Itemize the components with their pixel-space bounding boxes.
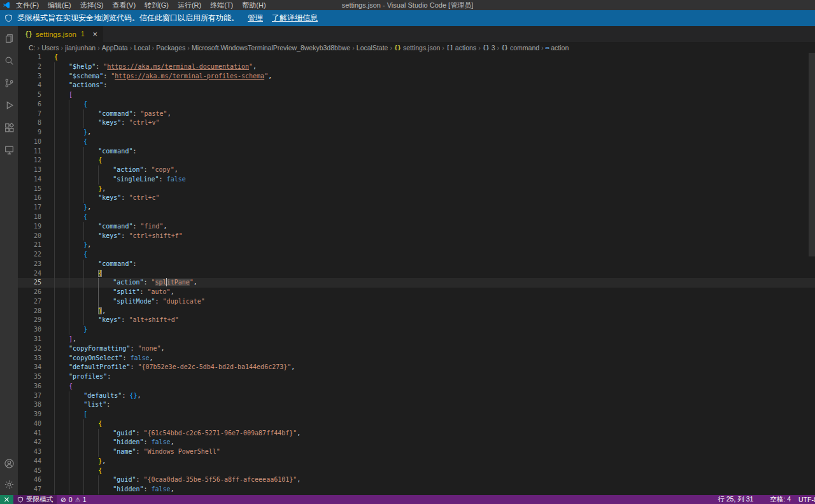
- breadcrumb-item-6[interactable]: Microsoft.WindowsTerminalPreview_8wekyb3…: [192, 44, 350, 52]
- code-line[interactable]: 30}: [18, 325, 815, 335]
- remote-explorer-icon[interactable]: [3, 143, 15, 156]
- indent-guide: [54, 288, 69, 297]
- code-line[interactable]: 41"guid": "{61c54bbd-c2c6-5271-96e7-009a…: [18, 429, 815, 438]
- code-line[interactable]: 44},: [18, 457, 815, 466]
- code-line[interactable]: 42"hidden": false,: [18, 438, 815, 447]
- code-line[interactable]: 13"action": "copy",: [18, 165, 815, 175]
- menu-item-0[interactable]: 文件(F): [11, 1, 43, 10]
- code-line[interactable]: 19"command": "find",: [18, 222, 815, 232]
- close-icon[interactable]: ×: [93, 30, 98, 38]
- breadcrumb-item-4[interactable]: Local: [134, 44, 150, 52]
- scrollbar-thumb[interactable]: [809, 53, 815, 256]
- breadcrumb-item-1[interactable]: Users: [41, 44, 59, 52]
- code-line[interactable]: 10{: [18, 137, 815, 147]
- indent-guide: [54, 391, 69, 401]
- source-control-icon[interactable]: [3, 76, 15, 89]
- code-line[interactable]: 43"name": "Windows PowerShell": [18, 447, 815, 457]
- menu-item-5[interactable]: 运行(R): [173, 1, 206, 10]
- code-line[interactable]: 39[: [18, 410, 815, 419]
- code-line[interactable]: 5[: [18, 90, 815, 100]
- extensions-icon[interactable]: [3, 121, 15, 134]
- vertical-scrollbar[interactable]: [809, 53, 815, 495]
- menu-item-2[interactable]: 选择(S): [76, 1, 108, 10]
- account-icon[interactable]: [3, 457, 15, 470]
- breadcrumb-item-0[interactable]: C:: [29, 44, 36, 52]
- editor[interactable]: 1{2"$help": "https://aka.ms/terminal-doc…: [18, 53, 815, 495]
- code-line[interactable]: 37"defaults": {},: [18, 391, 815, 401]
- code-line[interactable]: 14"singleLine": false: [18, 175, 815, 185]
- breadcrumb-item-12[interactable]: ▭action: [546, 44, 569, 52]
- indent-guide: [98, 175, 113, 185]
- code-token: :: [143, 438, 151, 445]
- code-line[interactable]: 29"keys": "alt+shift+d": [18, 316, 815, 325]
- code-line[interactable]: 3"$schema": "https://aka.ms/terminal-pro…: [18, 72, 815, 81]
- code-line[interactable]: 21},: [18, 241, 815, 250]
- code-line[interactable]: 1{: [18, 53, 815, 62]
- code-line[interactable]: 12{: [18, 156, 815, 165]
- code-line[interactable]: 32"copyFormatting": "none",: [18, 344, 815, 354]
- code-line[interactable]: 9},: [18, 128, 815, 137]
- code-line[interactable]: 16"keys": "ctrl+c": [18, 193, 815, 203]
- line-number: 6: [18, 100, 41, 109]
- code-line[interactable]: 47"hidden": false,: [18, 485, 815, 494]
- code-line[interactable]: 22{: [18, 250, 815, 260]
- run-and-debug-icon[interactable]: [3, 99, 15, 111]
- code-line[interactable]: 23"command":: [18, 260, 815, 269]
- code-line[interactable]: 36{: [18, 382, 815, 391]
- code-line[interactable]: 25"action": "splitPane",: [18, 278, 815, 288]
- indent-guide: [83, 466, 98, 476]
- menu-item-4[interactable]: 转到(G): [140, 1, 173, 10]
- encoding-status[interactable]: UTF-8: [795, 495, 815, 504]
- line-number: 25: [18, 278, 41, 288]
- code-line[interactable]: 35"profiles":: [18, 372, 815, 382]
- code-line[interactable]: 26"split": "auto",: [18, 288, 815, 297]
- code-line[interactable]: 24{: [18, 269, 815, 279]
- indentation-status[interactable]: 空格: 4: [766, 495, 795, 504]
- restricted-mode-status[interactable]: 受限模式: [13, 495, 57, 504]
- search-icon[interactable]: [3, 54, 15, 67]
- menu-item-3[interactable]: 查看(V): [108, 1, 140, 10]
- breadcrumb-item-2[interactable]: jianjunhan: [65, 44, 96, 52]
- menu-item-1[interactable]: 编辑(E): [43, 1, 76, 10]
- code-token: "guid": [113, 476, 136, 483]
- tab-settings-json[interactable]: {} settings.json 1 ×: [18, 26, 103, 42]
- indent-guide: [69, 410, 83, 419]
- code-line[interactable]: 34"defaultProfile": "{07b52e3e-de2c-5db4…: [18, 363, 815, 372]
- code-line[interactable]: 17},: [18, 203, 815, 213]
- problems-status[interactable]: ⊘0 ⚠1: [57, 495, 90, 504]
- breadcrumb-item-11[interactable]: {}command: [501, 44, 539, 52]
- code-line[interactable]: 8"keys": "ctrl+v": [18, 118, 815, 128]
- settings-gear-icon[interactable]: [3, 478, 15, 491]
- code-line[interactable]: 11"command":: [18, 147, 815, 157]
- code-line[interactable]: 7"command": "paste",: [18, 109, 815, 119]
- code-line[interactable]: 15},: [18, 185, 815, 194]
- code-line[interactable]: 2"$help": "https://aka.ms/terminal-docum…: [18, 62, 815, 72]
- code-line[interactable]: 4"actions":: [18, 81, 815, 90]
- breadcrumb-item-9[interactable]: []actions: [446, 44, 476, 52]
- explorer-icon[interactable]: [3, 32, 15, 45]
- banner-link-1[interactable]: 了解详细信息: [272, 13, 318, 24]
- code-line[interactable]: 18{: [18, 213, 815, 222]
- code-line[interactable]: 20"keys": "ctrl+shift+f": [18, 232, 815, 241]
- code-line[interactable]: 45{: [18, 466, 815, 476]
- code-line[interactable]: 38"list":: [18, 400, 815, 410]
- code-line[interactable]: 27"splitMode": "duplicate": [18, 297, 815, 307]
- remote-indicator[interactable]: [0, 495, 13, 504]
- breadcrumb-item-8[interactable]: {}settings.json: [394, 44, 440, 52]
- breadcrumb-item-10[interactable]: {}3: [483, 44, 495, 52]
- breadcrumb-item-5[interactable]: Packages: [156, 44, 185, 52]
- code-line[interactable]: 46"guid": "{0caa0dad-35be-5f56-a8ff-afce…: [18, 475, 815, 485]
- breadcrumb-item-7[interactable]: LocalState: [357, 44, 388, 52]
- cursor-position[interactable]: 行 25, 列 31: [714, 495, 757, 504]
- code-token: :: [139, 288, 147, 295]
- code-line[interactable]: 28},: [18, 307, 815, 316]
- code-line[interactable]: 33"copyOnSelect": false,: [18, 354, 815, 363]
- menu-item-7[interactable]: 帮助(H): [237, 1, 270, 10]
- code-line[interactable]: 31],: [18, 335, 815, 344]
- code-line[interactable]: 40{: [18, 419, 815, 429]
- code-text: "hidden": false,: [41, 485, 815, 494]
- breadcrumb-item-3[interactable]: AppData: [102, 44, 128, 52]
- banner-link-0[interactable]: 管理: [248, 13, 263, 24]
- code-line[interactable]: 6{: [18, 100, 815, 109]
- menu-item-6[interactable]: 终端(T): [206, 1, 237, 10]
